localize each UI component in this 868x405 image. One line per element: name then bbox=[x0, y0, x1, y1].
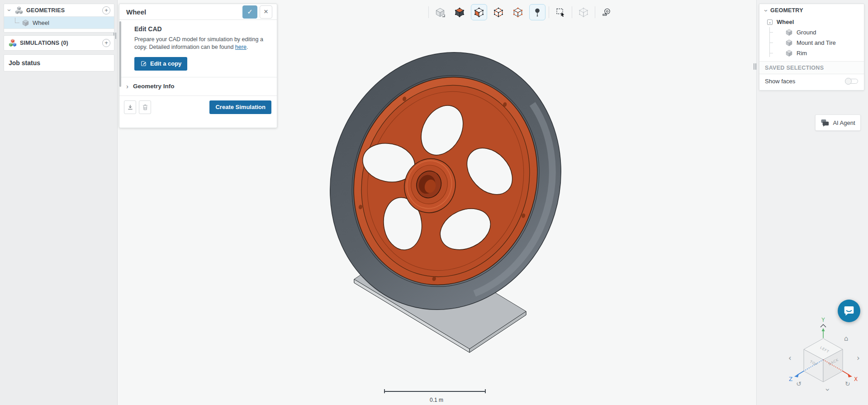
ai-agent-button[interactable]: AI Agent bbox=[815, 114, 861, 131]
select-edges-button[interactable] bbox=[490, 4, 507, 20]
right-panel-resize-handle[interactable] bbox=[754, 63, 757, 70]
tree-elbow bbox=[15, 18, 19, 23]
measure-button[interactable] bbox=[598, 4, 615, 20]
tree-item-rim[interactable]: Rim bbox=[759, 48, 864, 58]
measure-tape-icon bbox=[601, 7, 612, 18]
toggle-hidden-geometry-button[interactable] bbox=[575, 4, 592, 20]
job-status-label: Job status bbox=[4, 55, 114, 71]
geometry-info-row[interactable]: › Geometry Info bbox=[119, 77, 277, 96]
select-vertices-button[interactable] bbox=[510, 4, 526, 20]
geometries-header-row[interactable]: › GEOMETRIES + bbox=[4, 4, 114, 16]
probe-point-button[interactable] bbox=[529, 4, 545, 20]
chat-launcher-button[interactable] bbox=[838, 300, 860, 322]
tree-item-mount-and-tire[interactable]: Mount and Tire bbox=[759, 38, 864, 48]
select-faces-icon bbox=[474, 7, 484, 18]
edit-cad-heading: Edit CAD bbox=[134, 25, 270, 33]
edit-cad-help-link[interactable]: here bbox=[235, 44, 247, 50]
chat-bubble-icon bbox=[843, 305, 855, 317]
geometry-tree-header-label: GEOMETRY bbox=[770, 7, 803, 14]
axis-y-label: Y bbox=[821, 317, 825, 323]
edit-cad-description: Prepare your CAD model for simulation by… bbox=[134, 36, 272, 51]
sidebar-item-label: Wheel bbox=[33, 19, 49, 26]
confirm-button[interactable]: ✓ bbox=[242, 5, 257, 19]
simulations-header-label: SIMULATIONS (0) bbox=[20, 40, 68, 46]
sidebar-item-wheel[interactable]: Wheel bbox=[4, 16, 114, 29]
edit-cad-section: Edit CAD Prepare your CAD model for simu… bbox=[119, 20, 277, 77]
close-button[interactable]: × bbox=[260, 5, 272, 19]
create-simulation-button[interactable]: Create Simulation bbox=[209, 100, 271, 114]
detail-panel-header: Wheel ✓ × bbox=[119, 4, 277, 20]
hidden-geometry-icon bbox=[578, 7, 589, 18]
create-simulation-label: Create Simulation bbox=[215, 104, 266, 110]
download-geometry-button[interactable] bbox=[124, 100, 136, 114]
geometry-cube-icon bbox=[786, 39, 792, 46]
tree-tick bbox=[769, 32, 773, 33]
geometries-header-label: GEOMETRIES bbox=[26, 7, 65, 14]
home-view-icon[interactable]: ⌂ bbox=[844, 334, 849, 343]
show-faces-row: Show faces bbox=[759, 74, 864, 88]
geometry-info-label: Geometry Info bbox=[133, 83, 175, 90]
edit-a-copy-button[interactable]: Edit a copy bbox=[134, 57, 187, 71]
detail-panel-footer: Create Simulation bbox=[119, 96, 277, 114]
job-status-card[interactable]: Job status bbox=[4, 54, 114, 71]
show-faces-toggle[interactable] bbox=[845, 78, 859, 85]
geometries-card: › GEOMETRIES + Wheel bbox=[4, 4, 114, 33]
download-icon bbox=[127, 104, 134, 111]
edit-a-copy-label: Edit a copy bbox=[150, 60, 181, 67]
scale-bar-label: 0.1 m bbox=[380, 397, 493, 403]
tree-root-label: Wheel bbox=[777, 19, 794, 25]
box-select-volume-icon bbox=[435, 7, 446, 18]
simscale-workbench: 0.1 m Y LEFT TOP BACK Z X ‹ › › ↺ ↻ ⌂ bbox=[0, 0, 868, 405]
toolbar-separator bbox=[595, 6, 595, 18]
simulations-card: SIMULATIONS (0) + bbox=[4, 35, 114, 51]
add-simulation-button[interactable]: + bbox=[102, 39, 110, 47]
scale-bar-line bbox=[380, 386, 493, 394]
orbit-left-chevron[interactable]: ‹ bbox=[788, 353, 792, 362]
axis-z-label: Z bbox=[789, 376, 792, 382]
chevron-down-icon[interactable]: › bbox=[763, 10, 770, 12]
panel-scrollbar[interactable] bbox=[119, 21, 121, 87]
toolbar-separator bbox=[428, 6, 429, 18]
roll-cw-icon[interactable]: ↻ bbox=[845, 380, 850, 387]
wheel-model[interactable] bbox=[299, 24, 593, 338]
orbit-right-chevron[interactable]: › bbox=[857, 353, 860, 362]
tree-item-label: Mount and Tire bbox=[797, 39, 836, 46]
geometry-tree-header[interactable]: › GEOMETRY bbox=[759, 4, 864, 17]
navigation-cube[interactable]: Y LEFT TOP BACK Z X ‹ › › ↺ ↻ ⌂ bbox=[773, 314, 868, 398]
select-volumes-button[interactable] bbox=[451, 4, 468, 20]
probe-point-icon bbox=[532, 7, 543, 18]
collapse-icon[interactable]: - bbox=[767, 19, 773, 25]
select-faces-button[interactable] bbox=[471, 4, 487, 20]
marquee-select-button[interactable] bbox=[552, 4, 569, 20]
geometry-tree: - Wheel Ground Mount and Tire Rim bbox=[759, 17, 864, 61]
orbit-down-chevron[interactable]: › bbox=[823, 388, 832, 391]
marquee-select-icon bbox=[555, 7, 566, 18]
scene-tree-panel: › GEOMETRY - Wheel Ground Mount and Tire bbox=[759, 4, 864, 91]
edit-cad-period: . bbox=[247, 44, 248, 50]
delete-geometry-button[interactable] bbox=[139, 100, 151, 114]
tree-tick bbox=[769, 43, 773, 43]
add-geometry-button[interactable]: + bbox=[102, 6, 110, 14]
show-faces-label: Show faces bbox=[765, 78, 795, 85]
close-icon: × bbox=[264, 7, 268, 16]
roll-ccw-icon[interactable]: ↺ bbox=[796, 380, 802, 387]
tree-item-label: Rim bbox=[797, 50, 807, 57]
geometry-name-field[interactable]: Wheel bbox=[126, 8, 146, 16]
check-icon: ✓ bbox=[247, 8, 253, 16]
trash-icon bbox=[142, 104, 149, 111]
toggle-knob bbox=[845, 78, 852, 85]
simulations-header-row[interactable]: SIMULATIONS (0) + bbox=[4, 36, 114, 50]
geometry-detail-panel: Wheel ✓ × Edit CAD Prepare your CAD mode… bbox=[119, 4, 277, 128]
select-volumes-icon bbox=[454, 7, 465, 18]
geometry-cube-icon bbox=[22, 19, 29, 26]
chevron-down-icon[interactable]: › bbox=[6, 9, 13, 11]
simulations-icon bbox=[9, 39, 17, 47]
box-select-volume-button[interactable] bbox=[432, 4, 448, 20]
tree-root-wheel[interactable]: - Wheel bbox=[759, 17, 864, 27]
saved-selections-header[interactable]: SAVED SELECTIONS bbox=[759, 61, 864, 74]
toolbar-separator bbox=[549, 6, 549, 18]
geometry-cube-icon bbox=[786, 29, 792, 36]
select-vertices-icon bbox=[512, 7, 523, 18]
tilt-up-chevron[interactable] bbox=[821, 324, 826, 327]
tree-item-ground[interactable]: Ground bbox=[759, 27, 864, 38]
